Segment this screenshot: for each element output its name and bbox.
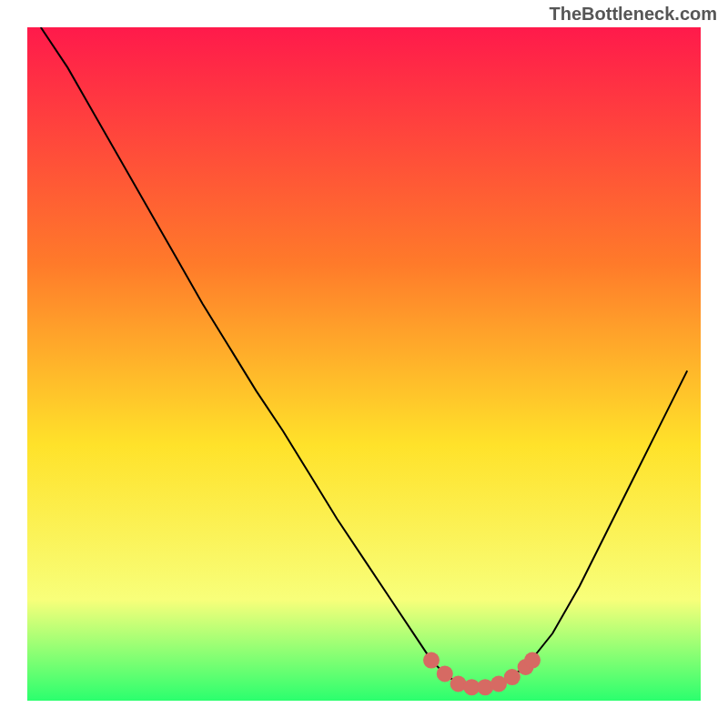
gradient-background	[27, 27, 701, 701]
highlight-marker	[524, 652, 541, 669]
highlight-marker	[437, 665, 453, 682]
plot-area	[27, 27, 701, 701]
chart-container: TheBottleneck.com	[0, 0, 728, 728]
attribution-label: TheBottleneck.com	[550, 4, 717, 25]
highlight-marker	[423, 652, 440, 669]
highlight-marker	[504, 669, 521, 685]
chart-svg	[27, 27, 701, 701]
